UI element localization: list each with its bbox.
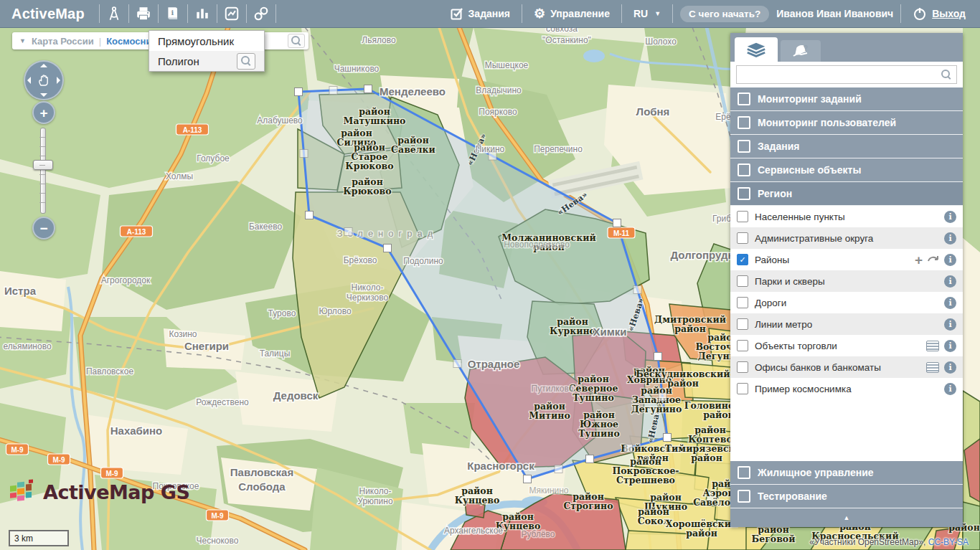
layer-checkbox[interactable] [737,275,748,287]
tab-layers[interactable] [735,37,778,62]
getting-started-button[interactable]: С чего начать? [680,6,769,22]
breadcrumb-caret-icon[interactable]: ▼ [19,37,26,44]
zoom-in-button[interactable]: + [32,101,55,124]
layer-checkbox[interactable] [737,383,748,394]
layer-actions: i [944,297,956,309]
polygon-vertex-handle[interactable] [364,85,372,93]
city-label: Козино [169,329,197,339]
layer-row[interactable]: Линии метроi [730,313,963,335]
reports-button[interactable] [217,0,246,27]
panel-collapse-button[interactable]: ▲ [730,508,963,527]
polygon-midpoint-handle[interactable] [329,87,337,95]
logout-button[interactable]: Выход [908,6,970,21]
layer-checkbox[interactable] [737,232,748,244]
polygon-vertex-handle[interactable] [654,353,662,361]
polygon-midpoint-handle[interactable] [555,465,562,473]
layer-row[interactable]: ✓Районы+i [730,249,963,270]
info-icon[interactable]: i [944,318,956,331]
info-icon[interactable]: i [944,254,956,266]
layer-checkbox[interactable]: ✓ [737,254,748,265]
polygon-midpoint-handle[interactable] [344,228,352,236]
user-name[interactable]: Иванов Иван Иванович [776,8,893,19]
pan-right-icon[interactable] [57,77,60,84]
menu-search-button[interactable] [237,53,255,70]
language-selector[interactable]: RU ▼ [629,8,665,19]
zoom-slider-track[interactable] [40,128,46,214]
measure-tool-button[interactable] [100,0,128,27]
tab-legend[interactable]: ? [781,40,821,62]
layer-search-input[interactable] [736,65,957,84]
group-checkbox[interactable] [738,93,750,105]
group-checkbox[interactable] [738,116,750,129]
polygon-vertex-handle[interactable] [524,475,532,483]
layer-group-header[interactable]: Регион [730,182,963,206]
polygon-midpoint-handle[interactable] [659,393,666,401]
layer-checkbox[interactable] [737,340,748,351]
group-checkbox[interactable] [738,140,750,153]
layer-group-header[interactable]: Тестирование [730,485,963,508]
layer-row[interactable]: Объекты торговлиi [730,335,963,356]
statistics-button[interactable] [188,0,217,27]
reference-button[interactable]: i [159,0,187,27]
attribution-license-link[interactable]: CC-BY-SA [928,537,969,547]
info-icon[interactable]: i [944,232,956,245]
layer-checkbox[interactable] [737,297,748,308]
map-search-button[interactable] [288,34,305,48]
layer-group-header[interactable]: Жилищное управление [730,461,963,485]
menu-item-1[interactable]: Прямоугольник [149,31,264,51]
polygon-midpoint-handle[interactable] [300,150,308,158]
add-object-icon[interactable]: + [915,253,923,267]
pan-down-icon[interactable] [40,93,47,97]
pan-up-icon[interactable] [40,64,47,67]
group-checkbox[interactable] [738,163,750,176]
tasks-button[interactable]: Задания [446,7,514,20]
polygon-midpoint-handle[interactable] [453,360,461,368]
layer-checkbox[interactable] [737,211,748,222]
info-icon[interactable]: i [944,383,956,395]
print-button[interactable] [129,0,158,27]
polygon-midpoint-handle[interactable] [489,152,496,160]
polygon-vertex-handle[interactable] [613,219,621,227]
group-checkbox[interactable] [738,187,750,200]
attribute-table-icon[interactable] [926,341,939,351]
polygon-vertex-handle[interactable] [306,212,314,219]
info-icon[interactable]: i [944,340,956,352]
attribute-table-icon[interactable] [926,362,939,373]
polygon-vertex-handle[interactable] [384,245,392,252]
polygon-midpoint-handle[interactable] [625,445,633,452]
layer-row[interactable]: Административные округаi [730,227,963,249]
info-icon[interactable]: i [944,361,956,374]
share-link-button[interactable] [247,0,275,27]
admin-button[interactable]: ⚙ Управление [529,7,614,20]
breadcrumb-root[interactable]: Карта России [32,36,94,47]
pan-control[interactable] [24,60,64,100]
slider-tick [39,156,45,156]
menu-item-2[interactable]: Полигон [149,51,264,71]
polygon-vertex-handle[interactable] [664,434,672,442]
info-icon[interactable]: i [944,297,956,309]
info-icon[interactable]: i [944,211,956,223]
layer-row[interactable]: Офисы банков и банкоматыi [730,356,963,378]
layer-row[interactable]: Парки и скверыi [730,270,963,292]
layer-row[interactable]: Пример космоснимкаi [730,378,963,399]
layer-checkbox[interactable] [737,361,748,373]
district-label: районЮжноеТушино [578,409,620,439]
layer-group-header[interactable]: Мониторинг заданий [730,87,963,111]
polygon-midpoint-handle[interactable] [633,286,641,294]
info-icon[interactable]: i [944,275,956,288]
reorder-icon[interactable] [928,254,939,265]
city-label: Рождествено [196,397,249,407]
layer-group-header[interactable]: Задания [730,135,963,158]
group-checkbox[interactable] [738,490,750,503]
layer-row[interactable]: Дорогиi [730,292,963,313]
layer-group-header[interactable]: Сервисные объекты [730,158,963,182]
polygon-vertex-handle[interactable] [295,88,303,96]
layer-checkbox[interactable] [737,318,748,330]
layer-actions: i [944,275,956,288]
zoom-out-button[interactable]: − [32,217,55,240]
polygon-vertex-handle[interactable] [586,455,594,463]
pan-left-icon[interactable] [27,77,31,84]
layer-group-header[interactable]: Мониторинг пользователей [730,111,963,135]
group-checkbox[interactable] [738,466,750,479]
layer-row[interactable]: Населенные пунктыi [730,206,963,227]
